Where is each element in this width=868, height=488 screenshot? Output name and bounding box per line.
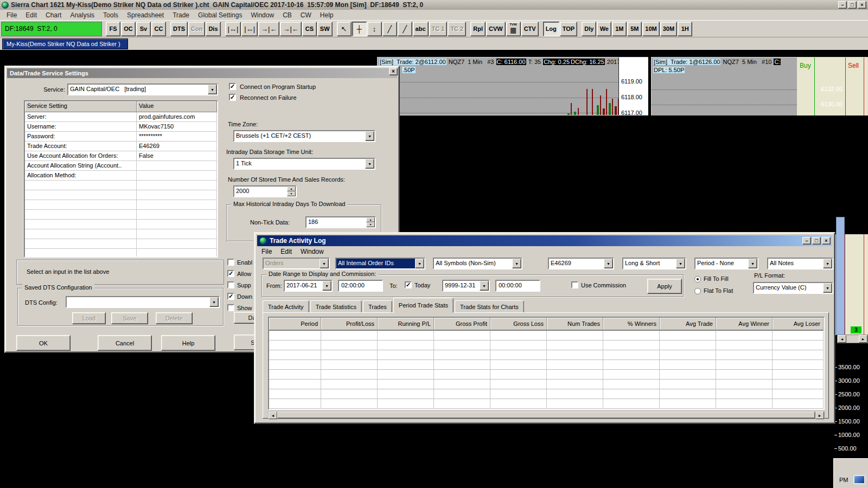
from-date-combo[interactable]: 2017-06-21 ▼ xyxy=(284,280,333,292)
chevron-down-icon[interactable]: ▼ xyxy=(748,259,757,268)
tab-trades[interactable]: Trades xyxy=(363,300,392,313)
maximize-button[interactable]: □ xyxy=(848,1,857,9)
to-time-field[interactable]: 00:00:00 xyxy=(495,280,540,292)
flat-to-flat-radio[interactable] xyxy=(694,288,701,294)
spin-up-icon[interactable]: ▲ xyxy=(287,187,296,191)
menu-item-help[interactable]: Help xyxy=(316,10,338,20)
setting-value-cell[interactable]: prod.gainfutures.com xyxy=(137,112,217,122)
filter-combo-all-notes[interactable]: All Notes▼ xyxy=(767,258,833,269)
chevron-down-icon[interactable]: ▼ xyxy=(209,297,219,307)
toolbar-button-crosshair-tool-icon[interactable]: ┼ xyxy=(352,22,367,36)
scroll-right-icon[interactable]: ► xyxy=(859,335,867,343)
menu-item-file[interactable]: File xyxy=(257,247,276,256)
setting-name-cell[interactable]: Server: xyxy=(25,112,137,122)
tab-period-trade-stats[interactable]: Period Trade Stats xyxy=(393,298,454,313)
filter-combo-e46269[interactable]: E46269▼ xyxy=(548,258,614,269)
tab-trade-activity[interactable]: Trade Activity xyxy=(263,300,309,313)
filter-combo-orders[interactable]: Orders▼ xyxy=(263,258,330,269)
chevron-down-icon[interactable]: ▼ xyxy=(365,131,374,141)
tab-trade-stats-for-charts[interactable]: Trade Stats for Charts xyxy=(455,300,524,313)
setting-name-cell[interactable]: Use Account Allocation for Orders: xyxy=(25,151,137,161)
chevron-down-icon[interactable]: ▼ xyxy=(512,259,521,268)
toolbar-button-cvw[interactable]: CVW xyxy=(486,22,506,36)
scroll-left-icon[interactable]: ◄ xyxy=(838,335,846,343)
filter-combo-period-none[interactable]: Period - None▼ xyxy=(694,258,758,269)
chevron-down-icon[interactable]: ▼ xyxy=(676,259,685,268)
apply-button[interactable]: Apply xyxy=(647,279,682,294)
checkbox[interactable]: ✓ xyxy=(227,293,234,300)
menu-item-chart[interactable]: Chart xyxy=(41,10,66,20)
setting-name-cell[interactable]: Allocation Method: xyxy=(25,171,137,181)
menu-item-file[interactable]: File xyxy=(2,10,21,20)
setting-value-cell[interactable] xyxy=(137,161,217,171)
toolbar-button-interact-inside-bars-icon[interactable]: |↔| xyxy=(241,22,258,36)
minimize-button[interactable]: – xyxy=(802,237,811,245)
timezone-combo[interactable]: Brussels (+1 CET/+2 CEST) ▼ xyxy=(233,130,375,142)
help-button[interactable]: Help xyxy=(161,335,215,351)
non-tick-spinner[interactable]: 186 ▲ ▼ xyxy=(305,216,376,228)
checkbox[interactable] xyxy=(227,259,234,266)
filter-combo-all-symbols-non-sim[interactable]: All Symbols (Non-Sim)▼ xyxy=(433,258,522,269)
close-button[interactable]: × xyxy=(822,237,831,245)
chevron-down-icon[interactable]: ▼ xyxy=(823,259,832,268)
toolbar-button-interact-outside-bars-icon[interactable]: |↔| xyxy=(225,22,241,36)
to-date-combo[interactable]: 9999-12-31 ▼ xyxy=(442,280,490,292)
service-settings-table[interactable]: Service SettingValueServer:prod.gainfutu… xyxy=(24,100,218,258)
close-icon[interactable]: × xyxy=(389,68,398,75)
tab-trade-statistics[interactable]: Trade Statistics xyxy=(310,300,362,313)
menu-item-cb[interactable]: CB xyxy=(278,10,296,20)
setting-value-cell[interactable]: MKovac7150 xyxy=(137,122,217,132)
tab-my-kiss[interactable]: My-Kiss(Demo Striker NQ Data od Striker … xyxy=(2,38,128,49)
spin-down-icon[interactable]: ▼ xyxy=(366,222,375,227)
pl-format-combo[interactable]: Currency Value (C) ▼ xyxy=(753,282,833,294)
setting-value-cell[interactable]: E46269 xyxy=(137,142,217,151)
toolbar-button-daily[interactable]: Dly xyxy=(582,22,596,36)
toolbar-button-10-min[interactable]: 10M xyxy=(642,22,659,36)
use-commission-checkbox[interactable] xyxy=(571,281,578,288)
toolbar-button-30-min[interactable]: 30M xyxy=(660,22,677,36)
menu-item-edit[interactable]: Edit xyxy=(276,247,296,256)
filter-combo-all-internal-order-ids[interactable]: All Internal Order IDs▼ xyxy=(335,258,425,269)
ok-button[interactable]: OK xyxy=(16,335,71,351)
toolbar-button-pointer-tool-icon[interactable]: ↖ xyxy=(337,22,352,36)
toolbar-button-tc1[interactable]: TC 1 xyxy=(429,22,448,36)
cancel-button[interactable]: Cancel xyxy=(98,335,152,351)
setting-name-cell[interactable]: Account Allocation String (Account.. xyxy=(25,161,137,171)
setting-value-cell[interactable] xyxy=(137,171,217,181)
toolbar-button-dts[interactable]: DTS xyxy=(170,22,188,36)
toolbar-button-squeeze-left-icon[interactable]: →|← xyxy=(258,22,279,36)
toolbar-button-tvw-grid-icon[interactable]: TVW▦ xyxy=(506,22,521,36)
connect-on-startup-checkbox[interactable]: ✓ xyxy=(229,83,236,90)
scroll-left-icon[interactable]: ◄ xyxy=(269,412,277,419)
toolbar-button-log[interactable]: Log xyxy=(543,22,559,36)
menu-item-tools[interactable]: Tools xyxy=(99,10,123,20)
toolbar-button-text-tool[interactable]: abc xyxy=(413,22,429,36)
toolbar-button-ray-tool-icon[interactable]: ╱ xyxy=(398,22,412,36)
checkbox[interactable]: ✓ xyxy=(227,270,234,277)
toolbar-button-top[interactable]: TOP xyxy=(560,22,577,36)
delete-button[interactable]: Delete xyxy=(156,312,193,324)
menu-item-window[interactable]: Window xyxy=(246,10,278,20)
toolbar-button-connect[interactable]: Con xyxy=(188,22,205,36)
price-scale-1min[interactable]: 6119.006118.006117.00 xyxy=(618,57,648,115)
filter-combo-long-short[interactable]: Long & Short▼ xyxy=(622,258,686,269)
scroll-right-icon[interactable]: ► xyxy=(815,412,824,419)
chevron-down-icon[interactable]: ▼ xyxy=(365,159,374,169)
toolbar-button-1-hour[interactable]: 1H xyxy=(678,22,692,36)
menu-item-window[interactable]: Window xyxy=(296,247,328,256)
dom-ladder[interactable]: Buy Sell 6132.006130.006128.00 xyxy=(797,57,868,119)
horizontal-scrollbar[interactable]: ◄ ► xyxy=(268,411,825,419)
toolbar-button-cc[interactable]: CC xyxy=(151,22,166,36)
load-button[interactable]: Load xyxy=(72,312,106,324)
chevron-down-icon[interactable]: ▼ xyxy=(320,259,329,268)
fill-to-fill-radio[interactable] xyxy=(694,276,701,282)
toolbar-button-oc[interactable]: OC xyxy=(121,22,136,36)
toolbar-button-5-min[interactable]: 5M xyxy=(627,22,642,36)
setting-value-cell[interactable]: ********** xyxy=(137,132,217,142)
toolbar-button-line-tool-icon[interactable]: ╱ xyxy=(382,22,397,36)
dts-config-combo[interactable]: ▼ xyxy=(66,296,220,308)
toolbar-button-1-min[interactable]: 1M xyxy=(612,22,627,36)
records-spinner[interactable]: 2000 ▲ ▼ xyxy=(233,185,297,197)
toolbar-button-ctv[interactable]: CTV xyxy=(521,22,539,36)
setting-name-cell[interactable]: Password: xyxy=(25,132,137,142)
